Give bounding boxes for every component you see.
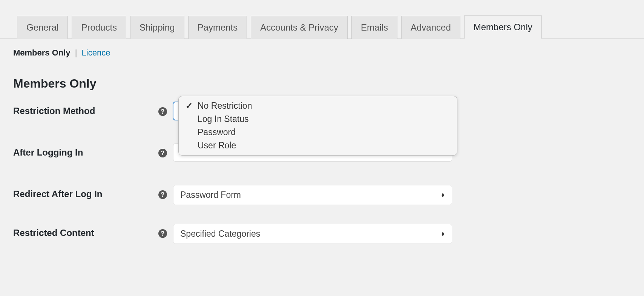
option-log-in-status[interactable]: Log In Status xyxy=(179,113,457,126)
help-icon[interactable]: ? xyxy=(158,107,167,116)
tab-emails[interactable]: Emails xyxy=(351,16,397,39)
label-redirect-after-login: Redirect After Log In xyxy=(13,185,158,199)
select-redirect-after-login[interactable]: Password Form xyxy=(173,185,452,205)
tab-payments[interactable]: Payments xyxy=(188,16,247,39)
help-icon[interactable]: ? xyxy=(158,229,167,238)
row-restricted-content: Restricted Content ? Specified Categorie… xyxy=(13,224,631,244)
option-password[interactable]: Password xyxy=(179,126,457,139)
row-redirect-after-login: Redirect After Log In ? Password Form xyxy=(13,185,631,205)
row-restriction-method: Restriction Method ? No Restriction Log … xyxy=(13,102,631,125)
label-after-logging-in: After Logging In xyxy=(13,143,158,158)
tab-general[interactable]: General xyxy=(17,16,68,39)
subnav: Members Only | Licence xyxy=(0,39,644,58)
option-no-restriction[interactable]: No Restriction xyxy=(179,99,457,113)
tab-members-only[interactable]: Members Only xyxy=(464,15,542,39)
tabs-nav: General Products Shipping Payments Accou… xyxy=(0,0,644,39)
help-icon[interactable]: ? xyxy=(158,149,167,157)
label-restricted-content: Restricted Content xyxy=(13,224,158,238)
label-restriction-method: Restriction Method xyxy=(13,102,158,116)
tab-shipping[interactable]: Shipping xyxy=(130,16,184,39)
select-restricted-content[interactable]: Specified Categories xyxy=(173,224,452,244)
tab-advanced[interactable]: Advanced xyxy=(401,16,460,39)
option-user-role[interactable]: User Role xyxy=(179,139,457,152)
subnav-separator: | xyxy=(75,48,77,57)
help-icon[interactable]: ? xyxy=(158,190,167,199)
dropdown-restriction-method: No Restriction Log In Status Password Us… xyxy=(178,96,457,156)
select-arrows-icon xyxy=(441,193,445,197)
settings-form: Restriction Method ? No Restriction Log … xyxy=(0,102,644,244)
subnav-current: Members Only xyxy=(13,48,71,57)
select-arrows-icon xyxy=(441,232,445,236)
tab-accounts-privacy[interactable]: Accounts & Privacy xyxy=(251,16,348,39)
subnav-licence-link[interactable]: Licence xyxy=(82,48,110,57)
page-heading: Members Only xyxy=(0,58,644,102)
tab-products[interactable]: Products xyxy=(72,16,126,39)
